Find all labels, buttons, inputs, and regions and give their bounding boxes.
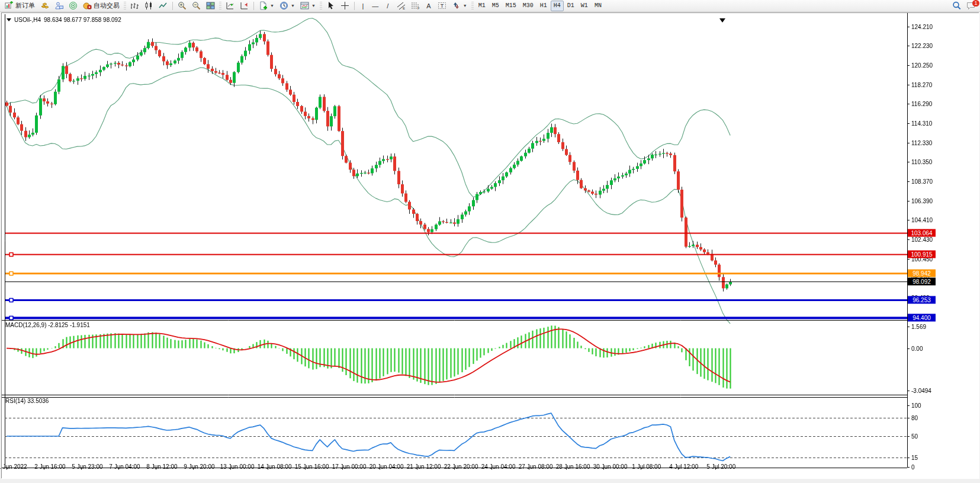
search-button[interactable]: [950, 1, 963, 11]
client-terminal-icon-icon: [54, 1, 63, 10]
signals-icon[interactable]: [66, 1, 80, 11]
timeframe-button-m15[interactable]: M15: [503, 1, 519, 11]
rsi-label: RSI(14) 33.5036: [5, 398, 49, 404]
arrows-icon: [452, 1, 461, 10]
main-toolbar: 新订单自动交易▼▼▼|—/EFAT▼M1M5M15M30H1H4D1W1MN1: [0, 0, 980, 12]
collapse-ohlc-icon[interactable]: [7, 18, 11, 21]
line-chart-icon: [159, 1, 168, 10]
time-axis-label: 21 Jun 12:00: [407, 463, 441, 470]
chat-button[interactable]: 1: [964, 1, 978, 11]
text-button[interactable]: A: [423, 1, 435, 11]
indicators-icon: [259, 1, 268, 10]
trendline-button[interactable]: /: [382, 1, 394, 11]
timeframe-button-m30[interactable]: M30: [520, 1, 536, 11]
line-chart-button[interactable]: [156, 1, 170, 11]
arrows-button[interactable]: ▼: [449, 1, 470, 11]
dropdown-arrow-icon: ▼: [463, 4, 467, 8]
horizontal-line-button-glyph: —: [372, 2, 378, 9]
macd-tick-label: -3.0494: [911, 387, 931, 394]
channel-button[interactable]: E: [394, 1, 408, 11]
toolbar-separator: [354, 2, 355, 10]
symbol-name: USOil-,H4: [14, 17, 41, 23]
price-tick-label: 120.250: [911, 62, 933, 68]
client-terminal-icon[interactable]: [52, 1, 66, 11]
gold-icon-icon: [40, 1, 49, 10]
timeframe-button-w1[interactable]: W1: [578, 1, 591, 11]
dropdown-arrow-icon: ▼: [270, 4, 274, 8]
zoom-out-icon: [192, 1, 201, 10]
price-chart-canvas[interactable]: [2, 13, 979, 479]
time-axis-label: 17 Jun 00:00: [332, 463, 367, 470]
dropdown-arrow-icon: ▼: [311, 4, 316, 8]
time-axis-label: 28 Jun 16:00: [556, 463, 590, 470]
auto-scroll-button[interactable]: [223, 1, 237, 11]
timeframe-button-d1[interactable]: D1: [564, 1, 577, 11]
candlestick-button[interactable]: [142, 1, 156, 11]
rsi-tick-label: 0: [911, 464, 915, 471]
tile-windows-button[interactable]: [204, 1, 217, 11]
indicators-button[interactable]: ▼: [256, 1, 277, 11]
price-line-badge: 98.092: [908, 278, 936, 286]
candlestick-icon: [144, 1, 153, 10]
price-tick-label: 122.230: [911, 43, 933, 49]
zoom-in-icon: [178, 1, 187, 10]
timeframe-button-m5[interactable]: M5: [489, 1, 502, 11]
price-tick-label: 106.390: [911, 197, 933, 204]
crosshair-icon: [340, 1, 349, 10]
cursor-icon: [326, 1, 335, 10]
horizontal-line-button[interactable]: —: [369, 1, 381, 11]
macd-label: MACD(12,26,9) -2.8125 -1.9151: [5, 322, 90, 328]
timeframe-button-h4[interactable]: H4: [551, 1, 564, 11]
chart-shift-icon: [240, 1, 249, 10]
new-order-icon: [5, 1, 14, 10]
templates-button[interactable]: ▼: [298, 1, 318, 11]
toolbar-grip: [219, 2, 221, 10]
price-tick-label: 124.210: [911, 23, 933, 30]
price-tick-label: 114.310: [911, 120, 932, 126]
notification-badge: 1: [972, 0, 979, 7]
label-button[interactable]: T: [435, 1, 449, 11]
timeframe-button-h1[interactable]: H1: [537, 1, 550, 11]
price-tick-label: 118.270: [911, 81, 932, 88]
vertical-line-button-glyph: |: [362, 2, 364, 9]
time-axis-label: 20 Jun 04:00: [369, 463, 404, 470]
signals-icon-icon: [69, 1, 78, 10]
zoom-out-button[interactable]: [189, 1, 203, 11]
toolbar-grip: [124, 2, 126, 10]
chart-window: USOil-,H4 98.634 98.677 97.858 98.092 MA…: [1, 12, 979, 478]
fibonacci-button[interactable]: F: [409, 1, 422, 11]
price-tick-label: 104.410: [911, 217, 933, 223]
tile-windows-icon: [206, 1, 215, 10]
price-tick-label: 102.430: [911, 236, 933, 242]
crosshair-button[interactable]: [338, 1, 352, 11]
symbol-label[interactable]: USOil-,H4 98.634 98.677 97.858 98.092: [7, 17, 121, 23]
price-line-badge: 100.915: [908, 250, 936, 258]
timeframe-button-m1[interactable]: M1: [475, 1, 489, 11]
price-tick-label: 112.330: [911, 139, 932, 146]
trendline-button-glyph: /: [387, 2, 388, 9]
cursor-button[interactable]: [324, 1, 338, 11]
zoom-in-button[interactable]: [175, 1, 189, 11]
gold-icon[interactable]: [38, 1, 52, 11]
bar-chart-button[interactable]: [128, 1, 142, 11]
toolbar-grip: [320, 2, 322, 10]
autotrade-button[interactable]: 自动交易: [81, 1, 122, 11]
rsi-tick-label: 80: [911, 414, 918, 421]
new-order-button[interactable]: 新订单: [2, 1, 37, 11]
time-axis-label: 22 Jun 20:00: [444, 463, 478, 470]
vertical-line-button[interactable]: |: [357, 1, 369, 11]
new-order-button-label: 新订单: [15, 1, 35, 10]
time-axis-label: 9 Jun 20:00: [184, 463, 214, 470]
chart-shift-button[interactable]: [237, 1, 251, 11]
time-axis-label: 24 Jun 04:00: [481, 463, 516, 470]
timeframe-button-mn[interactable]: MN: [592, 1, 605, 11]
auto-scroll-icon: [226, 1, 234, 10]
price-line-badge: 94.400: [908, 314, 936, 322]
price-tick-label: 116.290: [911, 101, 932, 107]
periods-button[interactable]: ▼: [277, 1, 297, 11]
autotrade-icon: [83, 1, 92, 10]
periods-icon: [279, 1, 288, 10]
text-button-glyph: A: [426, 2, 430, 9]
time-axis-label: 7 Jun 04:00: [109, 463, 140, 470]
time-axis-label: 27 Jun 08:00: [519, 463, 553, 470]
